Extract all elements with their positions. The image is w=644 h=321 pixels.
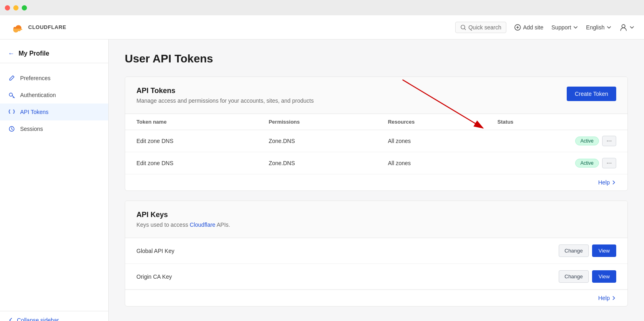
cloudflare-link[interactable]: Cloudflare [190,222,215,228]
sidebar-header: ← My Profile [0,44,108,63]
sidebar-item-api-tokens[interactable]: API Tokens [0,104,108,120]
api-tokens-description: Manage access and permissions for your a… [136,97,314,104]
braces-icon [8,108,15,116]
clock-icon [8,125,15,133]
api-tokens-title: API Tokens [136,87,314,95]
api-keys-desc-text-2: APIs. [215,222,230,228]
chevron-right-icon [611,180,616,185]
sidebar-item-sessions[interactable]: Sessions [0,120,108,137]
top-nav: CLOUDFLARE Quick search Add site Support [0,15,644,39]
origin-ca-key-row: Origin CA Key Change View [125,264,627,290]
col-token-name: Token name [125,114,257,130]
token-actions-0: Active ··· [497,136,616,146]
origin-ca-key-actions: Change View [559,270,617,283]
token-resources-0: All zones [377,130,486,152]
tokens-table: Token name Permissions Resources Status … [125,114,627,174]
col-permissions: Permissions [257,114,376,130]
sidebar-item-sessions-label: Sessions [20,126,43,132]
maximize-button[interactable] [22,5,27,10]
search-icon [460,25,466,30]
api-tokens-card-header: API Tokens Manage access and permissions… [125,77,627,114]
chevron-down-icon-user [630,25,634,30]
plus-circle-icon [514,24,521,31]
main-content: User API Tokens API Tokens Manage access… [109,39,644,321]
key-icon [8,91,15,99]
user-icon [619,23,627,31]
origin-ca-key-view-button[interactable]: View [592,270,616,283]
svg-point-6 [9,93,12,96]
logo-area: CLOUDFLARE [10,22,66,33]
sidebar-item-authentication-label: Authentication [20,92,56,98]
origin-ca-key-name: Origin CA Key [136,273,172,280]
chevron-left-icon [8,317,14,321]
global-api-key-change-button[interactable]: Change [559,244,589,257]
api-keys-description: Keys used to access Cloudflare APIs. [136,222,616,228]
global-api-key-row: Global API Key Change View [125,238,627,264]
collapse-sidebar-label: Collapse sidebar [17,317,59,321]
support-menu[interactable]: Support [551,24,578,31]
api-keys-desc-text: Keys used to access [136,222,190,228]
sidebar-item-authentication[interactable]: Authentication [0,87,108,104]
pencil-icon [8,75,15,82]
chevron-down-icon-lang [607,25,611,30]
token-name-0: Edit zone DNS [125,130,257,152]
logo-text: CLOUDFLARE [28,24,66,30]
create-token-button[interactable]: Create Token [567,87,616,101]
status-badge-1: Active [575,159,599,168]
topnav-right: Quick search Add site Support English [455,22,634,33]
api-keys-help-link[interactable]: Help [598,295,616,301]
token-menu-button-0[interactable]: ··· [602,136,616,146]
add-site-button[interactable]: Add site [514,24,543,31]
layout: ← My Profile Preferences [0,39,644,321]
api-keys-help-label: Help [598,295,610,301]
api-tokens-help-row: Help [125,174,627,191]
token-actions-1: Active ··· [497,158,616,168]
global-api-key-view-button[interactable]: View [592,244,616,257]
global-api-key-actions: Change View [559,244,617,257]
sidebar-nav: Preferences Authentication [0,66,108,311]
global-api-key-name: Global API Key [136,248,174,254]
title-bar [0,0,644,15]
token-menu-button-1[interactable]: ··· [602,158,616,168]
add-site-label: Add site [523,24,543,31]
user-menu[interactable] [619,23,634,31]
sidebar-item-preferences-label: Preferences [20,75,50,81]
col-resources: Resources [377,114,486,130]
api-tokens-help-label: Help [598,179,610,186]
chevron-down-icon [573,25,578,30]
close-button[interactable] [5,5,10,10]
quick-search-label: Quick search [469,24,502,31]
sidebar-item-api-tokens-label: API Tokens [20,109,49,115]
token-status-cell-1: Active ··· [486,152,627,174]
collapse-sidebar-button[interactable]: Collapse sidebar [0,311,108,321]
sidebar-profile-title: My Profile [19,50,49,57]
sidebar-item-preferences[interactable]: Preferences [0,70,108,87]
token-permissions-0: Zone.DNS [257,130,376,152]
language-menu[interactable]: English [586,24,611,31]
api-tokens-card-header-text: API Tokens Manage access and permissions… [136,87,314,104]
svg-line-1 [464,28,465,29]
sidebar: ← My Profile Preferences [0,39,109,321]
api-tokens-card: API Tokens Manage access and permissions… [125,77,628,191]
status-badge-0: Active [575,137,599,145]
quick-search-button[interactable]: Quick search [455,22,507,33]
table-header-row: Token name Permissions Resources Status [125,114,627,130]
token-resources-1: All zones [377,152,486,174]
back-button[interactable]: ← [8,50,14,57]
page-title: User API Tokens [125,52,628,65]
api-keys-card-header: API Keys Keys used to access Cloudflare … [125,201,627,238]
api-keys-card: API Keys Keys used to access Cloudflare … [125,201,628,307]
table-row: Edit zone DNS Zone.DNS All zones Active … [125,152,627,174]
cloudflare-logo-icon [10,22,26,33]
support-label: Support [551,24,571,31]
svg-point-5 [622,25,625,28]
language-label: English [586,24,605,31]
token-name-1: Edit zone DNS [125,152,257,174]
main-area: User API Tokens API Tokens Manage access… [109,39,644,321]
api-keys-help-row: Help [125,290,627,306]
minimize-button[interactable] [13,5,19,10]
origin-ca-key-change-button[interactable]: Change [559,270,589,283]
api-tokens-help-link[interactable]: Help [598,179,616,186]
token-permissions-1: Zone.DNS [257,152,376,174]
col-status: Status [486,114,627,130]
